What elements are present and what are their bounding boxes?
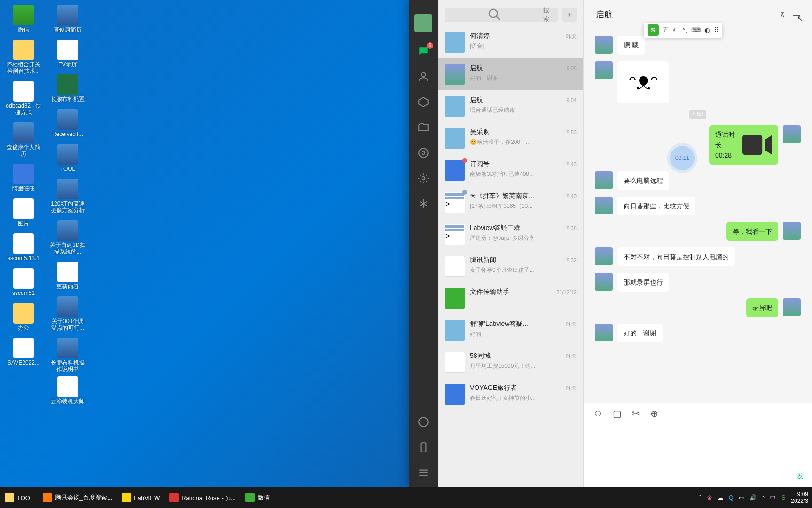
- avatar[interactable]: [414, 14, 432, 32]
- ime-toolbar[interactable]: S 五 ☾ °, ⌨ ◐ ⠿: [644, 23, 722, 38]
- conversation-item[interactable]: VOYAGE旅行者昨天春日送好礼 | 女神节的小...: [438, 378, 583, 410]
- message-bubble[interactable]: 向日葵那些，比较方便: [617, 197, 695, 215]
- ime-mode[interactable]: 五: [663, 26, 669, 34]
- tray-sogou-icon[interactable]: S: [781, 494, 785, 501]
- desktop-icon[interactable]: 关于300个调温点的可行...: [49, 296, 86, 331]
- desktop-icon[interactable]: SAVE2022...: [5, 338, 42, 366]
- add-button[interactable]: ＋: [562, 8, 577, 22]
- tray-volume-icon[interactable]: 🔊: [750, 494, 757, 501]
- tray-app-icon[interactable]: ❀: [707, 494, 712, 501]
- minimize-icon[interactable]: —: [793, 11, 800, 18]
- conversation-item[interactable]: >☀《拼车》繁芜南京...8:40[17条] 出租车3165（13...: [438, 186, 583, 218]
- miniprogram-icon[interactable]: [417, 416, 429, 428]
- conversation-item[interactable]: 订阅号8:43南极熊3D打印: 已装400...: [438, 154, 583, 186]
- desktop-icon[interactable]: 查俊康简历: [49, 5, 86, 33]
- avatar[interactable]: [595, 197, 613, 214]
- pin-icon[interactable]: ⊼: [780, 11, 785, 18]
- phone-icon[interactable]: [417, 441, 429, 453]
- conversation-item[interactable]: >Labview答疑二群8:38严建勇：@Jajjsj 多谢分享: [438, 218, 583, 250]
- search-input[interactable]: 搜索: [445, 8, 558, 22]
- send-button[interactable]: 发: [797, 472, 804, 481]
- scissors-icon[interactable]: ✂: [632, 408, 640, 419]
- message-bubble[interactable]: 嗯 嗯: [617, 36, 645, 55]
- taskbar-item[interactable]: TOOL: [0, 487, 38, 508]
- tray-ime[interactable]: 中: [770, 494, 776, 502]
- taskbar[interactable]: TOOL腾讯会议_百度搜索...LabVIEWRational Rose - (…: [0, 487, 812, 508]
- conversation-item[interactable]: 何清婷昨天[语音]: [438, 26, 583, 58]
- avatar[interactable]: [595, 247, 613, 265]
- conversation-item[interactable]: 腾讯新闻8:32女子怀孕9个月查出孩子...: [438, 250, 583, 282]
- sparkle-icon[interactable]: [417, 198, 429, 210]
- call-bubble[interactable]: 通话时长 00:28: [709, 125, 778, 165]
- grid-icon[interactable]: ⠿: [714, 26, 718, 34]
- keyboard-icon[interactable]: ⌨: [691, 26, 701, 34]
- conversation-item[interactable]: 58同城昨天月平均工资15000元！这...: [438, 346, 583, 378]
- avatar[interactable]: [595, 273, 613, 291]
- desktop-icon[interactable]: ReceivedT...: [49, 109, 86, 137]
- desktop-icon[interactable]: TOOL: [49, 144, 86, 172]
- tray-qq-icon[interactable]: Q: [729, 494, 733, 501]
- voice-badge[interactable]: 00:11: [670, 146, 695, 170]
- conversation-item[interactable]: 群聊"Labview答疑...昨天好的: [438, 314, 583, 346]
- moon-icon[interactable]: ☾: [673, 26, 679, 34]
- desktop-icon[interactable]: 云净装机大师: [49, 376, 86, 405]
- desktop-icon[interactable]: 怀档组合开关检测台技术...: [5, 40, 42, 74]
- desktop-icon[interactable]: sscom5.13.1: [5, 233, 42, 262]
- clock[interactable]: 9:09 2022/3: [791, 491, 808, 504]
- conversation-item[interactable]: 启航9:04语音通话已经结束: [438, 90, 583, 122]
- message-bubble[interactable]: 好的，谢谢: [617, 324, 663, 342]
- desktop-icon[interactable]: 更新内容: [49, 262, 86, 290]
- avatar[interactable]: [595, 36, 613, 54]
- avatar[interactable]: [595, 324, 613, 341]
- desktop-icon[interactable]: 图片: [5, 198, 42, 227]
- chat-history-icon[interactable]: ⊕: [650, 408, 658, 419]
- avatar[interactable]: [595, 171, 613, 189]
- tray-battery-icon[interactable]: ▭: [739, 494, 744, 501]
- avatar[interactable]: [783, 125, 801, 143]
- sticker[interactable]: ᵔᴥᵔ: [617, 61, 669, 103]
- desktop-icon[interactable]: EV录屏: [49, 40, 86, 68]
- avatar[interactable]: [783, 298, 801, 316]
- avatar[interactable]: [595, 61, 613, 79]
- desktop-icon[interactable]: sscom51: [5, 268, 42, 296]
- moments-icon[interactable]: [417, 147, 429, 159]
- message-bubble[interactable]: 不对不对，向日葵是控制别人电脑的: [617, 247, 735, 266]
- collect-icon[interactable]: [417, 96, 429, 108]
- desktop-icon[interactable]: 长鹏布料配置: [49, 74, 86, 103]
- message-bubble[interactable]: 那就录屏也行: [617, 273, 669, 292]
- desktop-icon[interactable]: 微信: [5, 5, 42, 33]
- message-input[interactable]: [584, 424, 812, 472]
- desktop-icon[interactable]: 长鹏布料机操作说明书: [49, 338, 86, 373]
- person-icon[interactable]: ◐: [704, 26, 710, 34]
- taskbar-item[interactable]: 微信: [241, 487, 274, 508]
- taskbar-item[interactable]: Rational Rose - (u...: [164, 487, 241, 508]
- desktop-icon[interactable]: odbcad32 - 快捷方式: [5, 81, 42, 116]
- taskbar-item[interactable]: LabVIEW: [117, 487, 164, 508]
- tray-chevron-icon[interactable]: ˄: [699, 494, 702, 501]
- tray-cloud-icon[interactable]: ☁: [718, 494, 723, 501]
- system-tray[interactable]: ˄ ❀ ☁ Q ▭ 🔊 ◝ 中 S 9:09 2022/3: [699, 491, 812, 504]
- folder-icon[interactable]: ▢: [613, 408, 622, 419]
- chat-icon[interactable]: 6: [417, 45, 429, 57]
- message-bubble[interactable]: 等，我看一下: [726, 222, 778, 241]
- punct-icon[interactable]: °,: [683, 26, 687, 34]
- menu-icon[interactable]: [417, 467, 429, 479]
- settings-icon[interactable]: [417, 172, 429, 184]
- conversation-item[interactable]: 吴采购8:53😊啥活没干，挣200，...: [438, 122, 583, 154]
- conversation-item[interactable]: 文件传输助手21/12/12: [438, 282, 583, 314]
- desktop-icon[interactable]: 办公: [5, 303, 42, 331]
- desktop-icon[interactable]: 120XT的高速摄像方案分析: [49, 179, 86, 214]
- contacts-icon[interactable]: [417, 71, 429, 83]
- desktop-icon[interactable]: 阿里旺旺: [5, 164, 42, 192]
- chat-body[interactable]: 00:11 嗯 嗯ᵔᴥᵔ8:58通话时长 00:28 要么电脑远程向日葵那些，比…: [584, 29, 812, 403]
- desktop-icon[interactable]: 关于自建3D扫描系统的...: [49, 220, 86, 255]
- desktop-icon[interactable]: 查俊康个人简历: [5, 122, 42, 157]
- avatar[interactable]: [783, 222, 801, 240]
- message-bubble[interactable]: 要么电脑远程: [617, 171, 669, 190]
- conversation-item[interactable]: 启航9:05好的，谢谢: [438, 58, 583, 90]
- taskbar-item[interactable]: 腾讯会议_百度搜索...: [38, 487, 117, 508]
- files-icon[interactable]: [417, 121, 429, 134]
- message-bubble[interactable]: 录屏吧: [746, 298, 778, 317]
- tray-wifi-icon[interactable]: ◝: [762, 494, 765, 501]
- emoji-icon[interactable]: ☺: [593, 408, 602, 419]
